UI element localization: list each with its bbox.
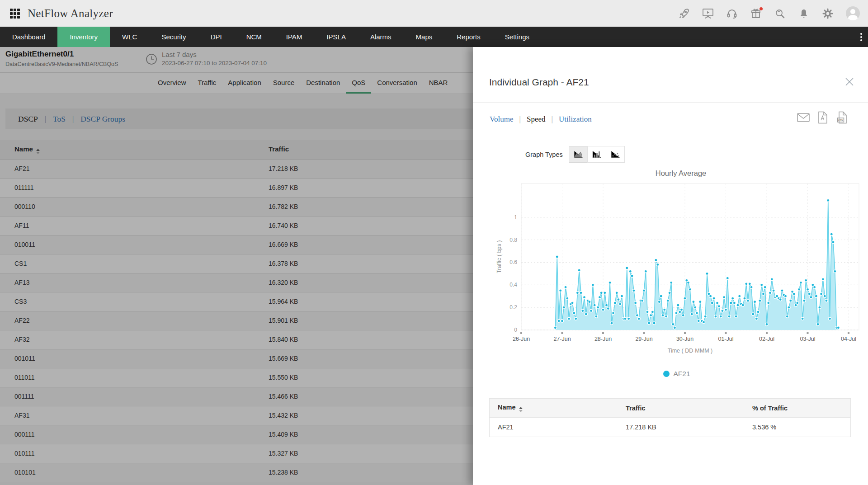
csv-export-icon[interactable]: csv	[835, 112, 849, 123]
apps-grid-icon[interactable]	[10, 9, 20, 19]
svg-text:csv: csv	[838, 118, 843, 122]
metric-tab-volume[interactable]: Volume	[490, 115, 514, 124]
svg-text:04-Jul: 04-Jul	[841, 336, 856, 342]
separator: |	[552, 115, 553, 124]
email-icon[interactable]	[797, 112, 810, 123]
modal-summary-table: Name Traffic % of Traffic AF2117.218 KB3…	[489, 398, 851, 437]
modal-divider	[473, 102, 868, 103]
svg-text:Traffic ( bps ): Traffic ( bps )	[496, 240, 502, 273]
support-icon[interactable]	[726, 8, 738, 19]
graph-types: Graph Types	[525, 146, 625, 163]
launch-icon[interactable]	[678, 8, 690, 19]
notifications-icon[interactable]	[798, 8, 810, 19]
app-title: NetFlow Analyzer	[28, 7, 113, 20]
training-icon[interactable]	[702, 8, 714, 19]
export-actions: csv	[797, 112, 849, 123]
svg-text:0.4: 0.4	[509, 282, 517, 288]
hourly-average-chart[interactable]: 00.20.40.60.8126-Jun27-Jun28-Jun29-Jun30…	[494, 179, 860, 360]
svg-text:0.6: 0.6	[509, 259, 517, 265]
chart-title: Hourly Average	[523, 169, 839, 178]
legend-label: AF21	[673, 370, 690, 377]
svg-text:27-Jun: 27-Jun	[553, 336, 571, 342]
nav-item-wlc[interactable]: WLC	[110, 27, 149, 47]
separator: |	[519, 115, 521, 124]
nav-item-security[interactable]: Security	[149, 27, 198, 47]
svg-text:0.8: 0.8	[509, 237, 517, 243]
cell-percent: 3.536 %	[744, 424, 850, 431]
legend-dot-af21	[663, 371, 670, 377]
svg-text:0: 0	[514, 327, 517, 333]
sort-icon	[519, 407, 523, 412]
cell-name: AF21	[490, 424, 618, 431]
modal-table-row[interactable]: AF2117.218 KB3.536 %	[489, 418, 851, 437]
modal-table-header: Name Traffic % of Traffic	[489, 398, 851, 418]
individual-graph-modal: Individual Graph - AF21 Volume|Speed|Uti…	[473, 47, 868, 485]
nav-item-reports[interactable]: Reports	[444, 27, 493, 47]
svg-text:28-Jun: 28-Jun	[594, 336, 612, 342]
chart-legend[interactable]: AF21	[494, 370, 860, 378]
search-icon[interactable]	[774, 8, 786, 19]
nav-item-ncm[interactable]: NCM	[234, 27, 274, 47]
whats-new-badge	[760, 7, 763, 10]
svg-text:Time ( DD-MMM ): Time ( DD-MMM )	[668, 348, 713, 354]
nav-item-ipsla[interactable]: IPSLA	[314, 27, 358, 47]
nav-item-inventory[interactable]: Inventory	[57, 27, 110, 47]
nav-item-alarms[interactable]: Alarms	[358, 27, 404, 47]
svg-text:30-Jun: 30-Jun	[676, 336, 693, 342]
metric-tab-utilization[interactable]: Utilization	[559, 115, 592, 124]
graph-types-label: Graph Types	[525, 151, 563, 158]
svg-text:0.2: 0.2	[509, 304, 517, 311]
metric-tabs: Volume|Speed|Utilization	[490, 115, 592, 124]
bar-graph-type-button[interactable]	[587, 146, 606, 163]
whats-new-icon[interactable]	[750, 8, 762, 19]
area-graph-type-button[interactable]	[569, 146, 588, 163]
svg-text:03-Jul: 03-Jul	[800, 336, 815, 342]
svg-text:1: 1	[514, 214, 517, 221]
nav-item-dpi[interactable]: DPI	[198, 27, 234, 47]
screen: NetFlow Analyzer	[0, 0, 868, 485]
modal-column-name[interactable]: Name	[490, 404, 618, 412]
pdf-export-icon[interactable]	[816, 112, 830, 123]
nav-item-settings[interactable]: Settings	[493, 27, 542, 47]
nav-overflow-menu-icon[interactable]	[860, 27, 862, 47]
svg-text:26-Jun: 26-Jun	[513, 336, 530, 342]
svg-text:01-Jul: 01-Jul	[718, 336, 733, 342]
scatter-graph-type-button[interactable]	[606, 146, 625, 163]
modal-column-traffic[interactable]: Traffic	[618, 405, 744, 412]
close-icon[interactable]	[844, 77, 854, 87]
topbar: NetFlow Analyzer	[0, 0, 868, 27]
cell-traffic: 17.218 KB	[618, 424, 744, 431]
user-avatar[interactable]	[846, 6, 860, 20]
nav-item-dashboard[interactable]: Dashboard	[0, 27, 57, 47]
svg-text:02-Jul: 02-Jul	[759, 336, 774, 342]
settings-gear-icon[interactable]	[822, 8, 834, 19]
modal-column-percent[interactable]: % of Traffic	[744, 405, 850, 412]
nav-item-maps[interactable]: Maps	[404, 27, 445, 47]
metric-tab-speed[interactable]: Speed	[527, 115, 546, 124]
nav-item-ipam[interactable]: IPAM	[274, 27, 315, 47]
content: GigabitEthernet0/1 DataCentreBasicV9-Med…	[0, 47, 868, 485]
modal-title: Individual Graph - AF21	[489, 77, 589, 88]
svg-text:29-Jun: 29-Jun	[635, 336, 652, 342]
main-nav: DashboardInventoryWLCSecurityDPINCMIPAMI…	[0, 27, 868, 47]
